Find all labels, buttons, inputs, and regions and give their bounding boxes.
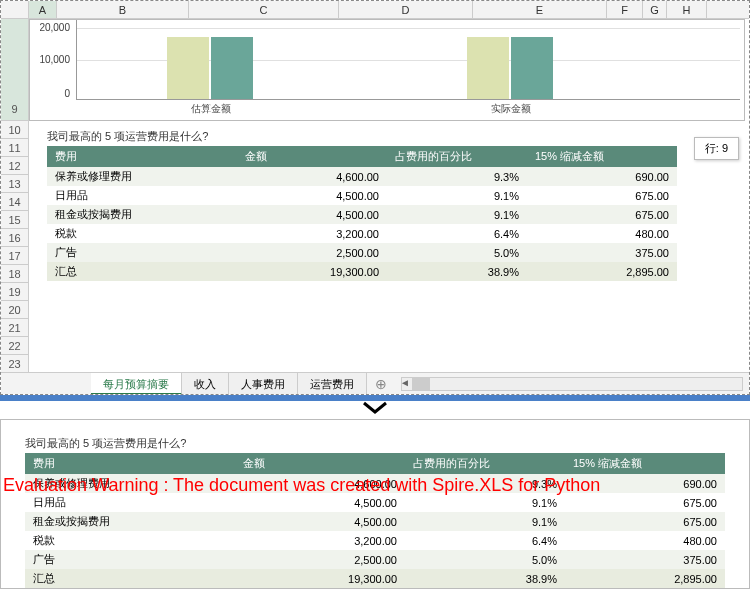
chevron-down-icon	[0, 401, 750, 419]
spreadsheet-panel: ABCDEFGH 91011121314151617181920212223 2…	[0, 0, 750, 395]
row-header[interactable]: 20	[1, 301, 29, 319]
cell-amount: 19,300.00	[235, 569, 405, 588]
chart[interactable]: 20,000 10,000 0 估算金额 实际金额	[29, 19, 745, 121]
row-header[interactable]: 14	[1, 193, 29, 211]
table-total-row: 汇总19,300.0038.9%2,895.00	[47, 262, 677, 281]
column-header[interactable]: F	[607, 1, 643, 18]
cell-label: 税款	[47, 224, 237, 243]
sheet-area: 20,000 10,000 0 估算金额 实际金额 我司最高的 5 项运营费用	[29, 19, 749, 281]
cell-amount: 3,200.00	[235, 531, 405, 550]
cell-amount: 4,500.00	[237, 205, 387, 224]
row-header[interactable]: 12	[1, 157, 29, 175]
column-header[interactable]: B	[57, 1, 189, 18]
table-row[interactable]: 广告2,500.005.0%375.00	[47, 243, 677, 262]
row-header[interactable]: 9	[1, 19, 29, 121]
cell-label: 汇总	[47, 262, 237, 281]
scroll-left-icon[interactable]: ◄	[400, 377, 410, 388]
table-row[interactable]: 日用品4,500.009.1%675.00	[25, 493, 725, 512]
y-tick: 0	[64, 88, 70, 99]
table-row[interactable]: 保养或修理费用4,600.009.3%690.00	[47, 167, 677, 186]
cell-reduce: 675.00	[527, 186, 677, 205]
cell-label: 日用品	[47, 186, 237, 205]
sheet-tab[interactable]: 每月预算摘要	[91, 373, 182, 395]
sheet-tab[interactable]: 人事费用	[229, 373, 298, 395]
row-header[interactable]: 16	[1, 229, 29, 247]
horizontal-scrollbar[interactable]: ◄	[401, 377, 743, 391]
cell-reduce: 2,895.00	[527, 262, 677, 281]
row-tooltip: 行: 9	[694, 137, 739, 160]
table-row[interactable]: 租金或按揭费用4,500.009.1%675.00	[47, 205, 677, 224]
cell-pct: 5.0%	[387, 243, 527, 262]
bar-group	[167, 37, 253, 99]
chart-plot: 估算金额 实际金额	[76, 20, 740, 100]
table-row[interactable]: 日用品4,500.009.1%675.00	[47, 186, 677, 205]
table-row[interactable]: 租金或按揭费用4,500.009.1%675.00	[25, 512, 725, 531]
add-sheet-button[interactable]: ⊕	[367, 376, 395, 392]
sheet-tab[interactable]: 收入	[182, 373, 229, 395]
column-header[interactable]: A	[29, 1, 57, 18]
preview-panel: 我司最高的 5 项运营费用是什么? 费用 金额 占费用的百分比 15% 缩减金额…	[0, 419, 750, 589]
question-text: 我司最高的 5 项运营费用是什么?	[7, 430, 743, 453]
th-pct: 占费用的百分比	[405, 453, 565, 474]
cell-reduce: 675.00	[527, 205, 677, 224]
cell-reduce: 375.00	[565, 550, 725, 569]
cell-pct: 6.4%	[405, 531, 565, 550]
table-row[interactable]: 税款3,200.006.4%480.00	[25, 531, 725, 550]
cell-reduce: 480.00	[527, 224, 677, 243]
cell-amount: 2,500.00	[237, 243, 387, 262]
row-header[interactable]: 22	[1, 337, 29, 355]
row-header[interactable]: 17	[1, 247, 29, 265]
cell-label: 租金或按揭费用	[25, 512, 235, 531]
x-label: 估算金额	[161, 102, 261, 116]
row-header[interactable]: 23	[1, 355, 29, 373]
bar	[511, 37, 553, 99]
bar	[211, 37, 253, 99]
row-header[interactable]: 11	[1, 139, 29, 157]
table-body-bottom: 保养或修理费用4,600.009.3%690.00日用品4,500.009.1%…	[25, 474, 725, 588]
column-header[interactable]: D	[339, 1, 473, 18]
table-row[interactable]: 广告2,500.005.0%375.00	[25, 550, 725, 569]
row-header[interactable]: 15	[1, 211, 29, 229]
table-header-row: 费用 金额 占费用的百分比 15% 缩减金额	[47, 146, 677, 167]
table-row[interactable]: 税款3,200.006.4%480.00	[47, 224, 677, 243]
cell-label: 税款	[25, 531, 235, 550]
cell-label: 汇总	[25, 569, 235, 588]
expense-table: 费用 金额 占费用的百分比 15% 缩减金额 保养或修理费用4,600.009.…	[47, 146, 677, 281]
cell-reduce: 375.00	[527, 243, 677, 262]
row-header[interactable]: 10	[1, 121, 29, 139]
cell-pct: 38.9%	[387, 262, 527, 281]
cell-amount: 4,500.00	[237, 186, 387, 205]
th-amount: 金额	[237, 146, 387, 167]
cell-pct: 5.0%	[405, 550, 565, 569]
table-row[interactable]: 保养或修理费用4,600.009.3%690.00	[25, 474, 725, 493]
cell-amount: 19,300.00	[237, 262, 387, 281]
row-header[interactable]: 13	[1, 175, 29, 193]
column-header[interactable]: E	[473, 1, 607, 18]
scrollbar-thumb[interactable]	[412, 378, 430, 390]
select-all-box[interactable]	[1, 1, 29, 18]
row-header[interactable]: 19	[1, 283, 29, 301]
bar-group	[467, 37, 553, 99]
column-header[interactable]: G	[643, 1, 667, 18]
cell-label: 广告	[47, 243, 237, 262]
th-expense: 费用	[25, 453, 235, 474]
table-body-top: 保养或修理费用4,600.009.3%690.00日用品4,500.009.1%…	[47, 167, 677, 281]
sheet-tab[interactable]: 运营费用	[298, 373, 367, 395]
cell-label: 保养或修理费用	[25, 474, 235, 493]
column-header[interactable]: C	[189, 1, 339, 18]
bar	[467, 37, 509, 99]
x-label: 实际金额	[461, 102, 561, 116]
th-amount: 金额	[235, 453, 405, 474]
column-headers: ABCDEFGH	[1, 1, 749, 19]
th-reduce: 15% 缩减金额	[565, 453, 725, 474]
row-header[interactable]: 18	[1, 265, 29, 283]
cell-amount: 3,200.00	[237, 224, 387, 243]
column-header[interactable]: H	[667, 1, 707, 18]
th-reduce: 15% 缩减金额	[527, 146, 677, 167]
th-expense: 费用	[47, 146, 237, 167]
row-header[interactable]: 21	[1, 319, 29, 337]
cell-reduce: 690.00	[565, 474, 725, 493]
th-pct: 占费用的百分比	[387, 146, 527, 167]
cell-pct: 9.3%	[387, 167, 527, 186]
cell-amount: 4,600.00	[235, 474, 405, 493]
